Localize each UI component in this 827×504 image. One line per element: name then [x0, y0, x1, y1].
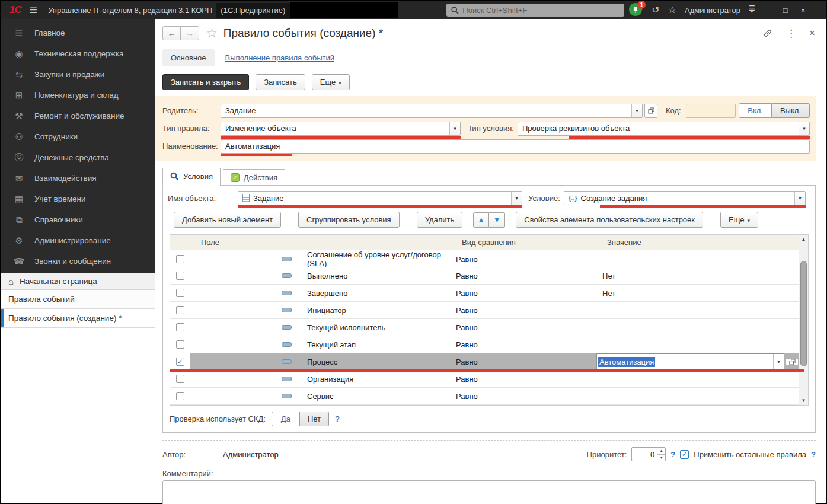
minimize-button[interactable]: – — [760, 4, 775, 17]
more-button[interactable]: Еще▾ — [312, 74, 350, 90]
row-checkbox[interactable] — [176, 289, 184, 297]
row-checkbox[interactable] — [176, 306, 184, 314]
comment-textarea[interactable] — [162, 480, 816, 504]
priority-help-link[interactable]: ? — [670, 450, 675, 459]
priority-stepper[interactable]: 0 ▲ ▼ — [631, 447, 666, 461]
tab-main[interactable]: Основное — [162, 49, 215, 66]
favorite-star-icon[interactable]: ☆ — [206, 26, 218, 40]
delete-button[interactable]: Удалить — [417, 212, 463, 228]
field-cell[interactable]: Текущий этап — [190, 336, 451, 353]
tab-conditions[interactable]: Условия — [162, 168, 221, 186]
comparison-cell[interactable]: Равно — [451, 371, 596, 387]
more-menu-icon[interactable]: ⋮ — [786, 27, 796, 40]
sidebar-item[interactable]: ⇆Закупки и продажи — [1, 64, 155, 85]
group-conditions-button[interactable]: Сгруппировать условия — [298, 212, 400, 228]
comparison-cell[interactable]: Равно — [451, 267, 596, 284]
parent-combo[interactable]: Задание ▾ — [221, 104, 643, 118]
field-cell[interactable]: Инициатор — [190, 302, 451, 318]
value-cell[interactable] — [596, 371, 799, 387]
table-row[interactable]: ИнициаторРавно — [170, 302, 799, 319]
dropdown-icon[interactable]: ▾ — [511, 192, 522, 205]
comparison-cell[interactable]: Равно — [451, 319, 596, 336]
row-checkbox[interactable] — [176, 340, 184, 349]
sidebar-item[interactable]: ⊞Номенклатура и склад — [1, 85, 155, 106]
value-cell[interactable] — [596, 250, 799, 268]
history-icon[interactable]: ↺ — [652, 5, 659, 15]
row-checkbox[interactable] — [176, 375, 184, 383]
scroll-up-icon[interactable]: ▲ — [799, 235, 808, 244]
apply-rest-checkbox[interactable]: ✓ — [680, 450, 689, 459]
value-cell[interactable] — [596, 302, 799, 318]
save-button[interactable]: Записать — [256, 74, 305, 90]
table-row[interactable]: ✓ПроцессРавноАвтоматизация▾ — [170, 353, 799, 371]
comparison-cell[interactable]: Равно — [451, 353, 596, 370]
field-cell[interactable]: Организация — [190, 371, 451, 387]
dropdown-icon[interactable]: ▾ — [799, 122, 809, 135]
table-row[interactable]: Текущий исполнительРавно — [170, 319, 799, 336]
field-cell[interactable]: Завершено — [190, 285, 451, 301]
code-input[interactable] — [686, 104, 736, 118]
open-parent-button[interactable] — [644, 104, 657, 118]
field-cell[interactable]: Выполнено — [190, 267, 451, 284]
current-user[interactable]: Администратор — [685, 6, 740, 15]
comparison-cell[interactable]: Равно — [451, 336, 596, 353]
row-checkbox[interactable] — [176, 255, 184, 263]
comparison-cell[interactable]: Равно — [451, 250, 596, 268]
sidebar-item[interactable]: ⚙Администрирование — [1, 230, 155, 251]
row-checkbox[interactable] — [176, 392, 184, 400]
value-cell[interactable]: Нет — [596, 267, 799, 284]
value-cell[interactable] — [596, 336, 799, 353]
main-menu-icon[interactable]: ☰ — [30, 5, 37, 15]
add-element-button[interactable]: Добавить новый элемент — [174, 212, 281, 228]
table-row[interactable]: СервисРавно — [170, 388, 799, 405]
sidebar-item[interactable]: ◉Техническая поддержка — [1, 43, 155, 64]
field-cell[interactable]: Процесс — [190, 353, 451, 370]
global-search-input[interactable]: Поиск Ctrl+Shift+F — [446, 4, 624, 17]
back-button[interactable]: ← — [162, 26, 181, 40]
comparison-cell[interactable]: Равно — [451, 388, 596, 404]
sidebar-item-home[interactable]: ⌂ Начальная страница — [1, 273, 155, 290]
comparison-cell[interactable]: Равно — [451, 302, 596, 318]
condition-combo[interactable]: {..}Создание задания ▾ — [564, 191, 806, 205]
link-rule-execution[interactable]: Выполнение правила событий — [225, 53, 335, 62]
row-checkbox[interactable] — [176, 272, 184, 280]
spin-down-icon[interactable]: ▼ — [657, 455, 665, 461]
dropdown-icon[interactable]: ▾ — [773, 354, 784, 369]
toggle-on-button[interactable]: Вкл. — [739, 103, 772, 118]
comparison-cell[interactable]: Равно — [451, 285, 596, 301]
sidebar-item[interactable]: ⚒Ремонт и обслуживание — [1, 106, 155, 126]
toggle-off-button[interactable]: Выкл. — [772, 103, 810, 118]
link-icon[interactable] — [762, 28, 773, 39]
open-page-event-rules[interactable]: Правила событий — [1, 290, 155, 309]
table-row[interactable]: Соглашение об уровне услуг/договор (SLA)… — [170, 250, 799, 267]
sidebar-item[interactable]: ☰Главное — [1, 23, 155, 43]
close-form-icon[interactable]: × — [809, 27, 815, 39]
value-cell[interactable] — [596, 388, 799, 404]
value-editor[interactable]: Автоматизация▾ — [596, 353, 784, 370]
sidebar-item[interactable]: ⧉Справочники — [1, 209, 155, 230]
save-and-close-button[interactable]: Записать и закрыть — [162, 74, 249, 90]
row-checkbox[interactable]: ✓ — [176, 358, 184, 366]
skd-yes-button[interactable]: Да — [272, 412, 300, 426]
sidebar-item[interactable]: ⓢДенежные средства — [1, 147, 155, 168]
field-cell[interactable]: Соглашение об уровне услуг/договор (SLA) — [190, 250, 451, 268]
sidebar-item[interactable]: ⚇Сотрудники — [1, 126, 155, 147]
row-checkbox[interactable] — [176, 323, 184, 331]
forward-button[interactable]: → — [181, 26, 199, 40]
table-row[interactable]: Текущий этапРавно — [170, 336, 799, 353]
tab-actions[interactable]: ✓ Действия — [223, 169, 285, 185]
move-up-button[interactable]: ▲ — [473, 212, 489, 228]
scroll-down-icon[interactable]: ▼ — [799, 396, 808, 405]
value-cell[interactable]: Автоматизация▾ — [596, 353, 799, 370]
table-row[interactable]: ВыполненоРавноНет — [170, 267, 799, 285]
object-name-combo[interactable]: Задание ▾ — [238, 191, 522, 205]
field-cell[interactable]: Сервис — [190, 388, 451, 404]
close-window-button[interactable]: × — [796, 4, 811, 17]
value-cell[interactable] — [596, 319, 799, 336]
open-page-event-rule-new[interactable]: Правило события (создание) * — [1, 309, 155, 328]
dropdown-icon[interactable]: ▾ — [794, 192, 805, 205]
table-more-button[interactable]: Еще▾ — [720, 212, 758, 228]
dropdown-icon[interactable]: ▾ — [631, 104, 642, 117]
table-row[interactable]: ЗавершеноРавноНет — [170, 285, 799, 302]
sidebar-item[interactable]: ▦Учет времени — [1, 189, 155, 209]
